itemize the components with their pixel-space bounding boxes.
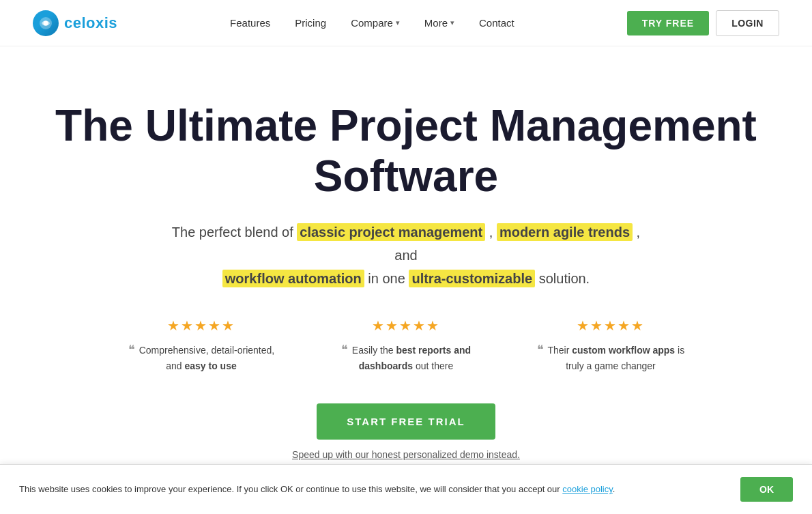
hero-title: The Ultimate Project Management Software bbox=[27, 101, 785, 201]
nav-more[interactable]: More bbox=[424, 17, 454, 29]
subtitle-text-1: The perfect blend of bbox=[172, 225, 293, 240]
subtitle-text-3: in one bbox=[368, 271, 409, 286]
highlight-workflow: workflow automation bbox=[222, 270, 364, 287]
cookie-banner: This website uses cookies to improve you… bbox=[0, 464, 812, 514]
logo-text: celoxis bbox=[64, 14, 117, 32]
stars-3: ★★★★★ bbox=[536, 317, 686, 334]
reviews-section: ★★★★★ ❝ Comprehensive, detail-oriented, … bbox=[27, 317, 785, 373]
logo[interactable]: celoxis bbox=[33, 10, 117, 36]
cookie-policy-link[interactable]: cookie policy bbox=[562, 484, 612, 494]
logo-icon bbox=[33, 10, 59, 36]
hero-section: The Ultimate Project Management Software… bbox=[0, 46, 812, 506]
quote-mark-3: ❝ bbox=[537, 343, 544, 356]
review-text-1: ❝ Comprehensive, detail-oriented, and ea… bbox=[126, 341, 276, 373]
review-2: ★★★★★ ❝ Easily the best reports and dash… bbox=[331, 317, 481, 373]
navbar: celoxis Features Pricing Compare More Co… bbox=[0, 0, 812, 46]
start-trial-button[interactable]: START FREE TRIAL bbox=[317, 403, 495, 440]
svg-point-1 bbox=[44, 20, 48, 25]
review-text-2: ❝ Easily the best reports and dashboards… bbox=[331, 341, 481, 373]
cookie-ok-button[interactable]: OK bbox=[740, 477, 793, 502]
stars-1: ★★★★★ bbox=[126, 317, 276, 334]
nav-features[interactable]: Features bbox=[230, 17, 270, 29]
demo-link[interactable]: Speed up with our honest personalized de… bbox=[27, 449, 785, 460]
cookie-text: This website uses cookies to improve you… bbox=[19, 483, 724, 496]
nav-contact[interactable]: Contact bbox=[479, 17, 514, 29]
nav-actions: TRY FREE LOGIN bbox=[627, 10, 779, 36]
review-3: ★★★★★ ❝ Their custom workflow apps is tr… bbox=[536, 317, 686, 373]
highlight-customizable: ultra-customizable bbox=[409, 270, 535, 287]
review-1: ★★★★★ ❝ Comprehensive, detail-oriented, … bbox=[126, 317, 276, 373]
review-text-3: ❝ Their custom workflow apps is truly a … bbox=[536, 341, 686, 373]
subtitle-text-4: solution. bbox=[539, 271, 590, 286]
highlight-agile: modern agile trends bbox=[497, 223, 633, 241]
login-button[interactable]: LOGIN bbox=[716, 10, 779, 36]
nav-links: Features Pricing Compare More Contact bbox=[230, 17, 514, 29]
hero-subtitle: The perfect blend of classic project man… bbox=[167, 220, 645, 290]
stars-2: ★★★★★ bbox=[331, 317, 481, 334]
quote-mark-1: ❝ bbox=[128, 343, 135, 356]
quote-mark-2: ❝ bbox=[341, 343, 348, 356]
subtitle-comma: , bbox=[489, 225, 497, 240]
highlight-classic: classic project management bbox=[297, 223, 485, 241]
nav-pricing[interactable]: Pricing bbox=[295, 17, 326, 29]
nav-compare[interactable]: Compare bbox=[351, 17, 400, 29]
try-free-button[interactable]: TRY FREE bbox=[627, 11, 709, 35]
cta-section: START FREE TRIAL Speed up with our hones… bbox=[27, 403, 785, 460]
